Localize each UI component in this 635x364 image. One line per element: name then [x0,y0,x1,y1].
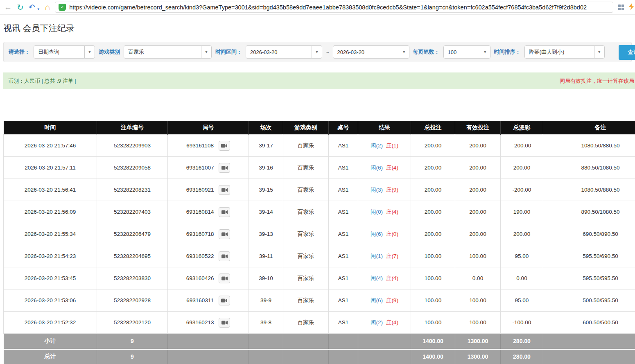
cell-note: 500.50/595.50 [543,289,635,312]
cell-valid-bet: 200.00 [455,179,501,201]
cell-total-bet[interactable]: 200.00 [411,223,455,245]
cell-result: 闲(4) 庄(4) [358,267,411,289]
player-result: 闲(6) [371,165,383,171]
cell-total-bet[interactable]: 100.00 [411,312,455,334]
video-camera-icon [221,320,228,325]
cell-session: 39-15 [249,179,283,201]
lightning-icon[interactable] [629,3,634,12]
chevron-down-icon[interactable]: ▼ [594,46,604,58]
extensions-grid-icon[interactable] [618,5,624,10]
header-table-no: 桌号 [329,121,358,135]
cell-total-bet[interactable]: 100.00 [411,267,455,289]
cell-result: 闲(6) 庄(9) [358,289,411,312]
cell-total-bet[interactable]: 100.00 [411,289,455,312]
video-replay-button[interactable] [219,185,230,195]
sort-select[interactable]: 降幂(由大到小) ▼ [524,45,605,59]
cell-time: 2026-03-20 21:53:45 [4,267,97,289]
security-shield-icon: ✓ [59,4,66,11]
browser-chrome: ← ↻ ↶ ▼ ⌂ ✓ https://videoie.com/game/bet… [0,0,635,15]
cell-bet-no: 523282208231 [97,179,168,201]
banker-result: 庄(4) [386,275,398,281]
subtotal-count: 9 [97,334,168,349]
table-header: 时间 注单编号 局号 场次 游戏类别 桌号 结果 总投注 有效投注 总派彩 备注 [4,121,635,135]
chevron-down-icon[interactable]: ▼ [480,46,490,58]
home-icon[interactable]: ⌂ [45,3,50,11]
table-row: 2026-03-20 21:56:09 523282207403 6931608… [4,201,635,223]
cell-valid-bet: 200.00 [455,201,501,223]
header-bet-no: 注单编号 [97,121,168,135]
chevron-down-icon[interactable]: ▼ [312,46,322,58]
grand-total-row: 总计 9 1400.00 1300.00 280.00 [4,349,635,364]
video-replay-button[interactable] [219,229,230,239]
header-payout: 总派彩 [501,121,543,135]
cell-game-type: 百家乐 [283,201,329,223]
cell-table-no: AS1 [329,135,358,157]
summary-info-bar: 币别：人民币 | 总共 :9 注单 | 同局有效投注，统一计算在该局 [3,72,635,89]
cell-note: 595.50/595.50 [543,267,635,289]
cell-table-no: AS1 [329,157,358,179]
subtotal-total-bet: 1400.00 [411,334,455,349]
cell-session: 39-10 [249,267,283,289]
cell-total-bet[interactable]: 200.00 [411,135,455,157]
chevron-down-icon[interactable]: ▼ [399,46,409,58]
cell-bet-no: 523282203830 [97,267,168,289]
round-number: 693160814 [186,208,214,215]
video-replay-button[interactable] [219,274,230,283]
cell-session: 39-11 [249,245,283,267]
undo-icon[interactable]: ↶ [29,3,35,11]
date-from-select[interactable]: 2026-03-20 ▼ [246,45,322,59]
player-result: 闲(3) [371,187,383,193]
cell-round: 693160921 [168,179,249,201]
cell-session: 39-16 [249,157,283,179]
subtotal-label: 小计 [4,334,97,349]
query-type-label: 请选择： [9,48,30,56]
address-bar[interactable]: ✓ https://videoie.com/game/betrecord_sea… [55,2,613,13]
cell-valid-bet: 200.00 [455,135,501,157]
video-replay-button[interactable] [219,318,230,328]
banker-result: 庄(9) [386,297,398,303]
cell-valid-bet: 100.00 [455,245,501,267]
video-replay-button[interactable] [219,207,230,217]
cell-table-no: AS1 [329,223,358,245]
cell-result: 闲(2) 庄(4) [358,312,411,334]
cell-note: 690.50/890.50 [543,223,635,245]
table-body: 2026-03-20 21:57:46 523282209903 6931611… [4,135,635,334]
banker-result: 庄(4) [386,165,398,171]
chevron-down-icon[interactable]: ▼ [84,46,95,58]
query-type-select[interactable]: 日期查询 ▼ [34,45,95,59]
currency-total-text: 币别：人民币 | 总共 :9 注单 | [8,77,76,85]
video-replay-button[interactable] [219,296,230,305]
cell-table-no: AS1 [329,267,358,289]
url-text[interactable]: https://videoie.com/game/betrecord_searc… [69,4,587,11]
player-result: 闲(4) [371,275,383,281]
refresh-icon[interactable]: ↻ [17,3,24,11]
table-row: 2026-03-20 21:55:34 523282206479 6931607… [4,223,635,245]
date-to-select[interactable]: 2026-03-20 ▼ [333,45,409,59]
cell-game-type: 百家乐 [283,135,329,157]
search-button[interactable]: 查询 [619,45,635,60]
cell-total-bet[interactable]: 200.00 [411,201,455,223]
sort-label: 时间排序： [494,48,521,56]
cell-note: 1080.50/880.50 [543,179,635,201]
page-size-select[interactable]: 100 ▼ [443,45,490,59]
round-number: 693160426 [186,275,214,281]
game-type-select[interactable]: 百家乐 ▼ [124,45,212,59]
cell-total-bet[interactable]: 100.00 [411,245,455,267]
cell-time: 2026-03-20 21:57:46 [4,135,97,157]
chevron-down-icon[interactable]: ▼ [201,46,211,58]
cell-payout: 95.00 [501,289,543,312]
video-replay-button[interactable] [219,141,230,151]
cell-payout: 0.00 [501,267,543,289]
cell-total-bet[interactable]: 200.00 [411,179,455,201]
cell-result: 闲(0) 庄(4) [358,201,411,223]
video-replay-button[interactable] [219,251,230,261]
undo-dropdown-icon[interactable]: ▼ [37,7,40,14]
cell-result: 闲(6) 庄(4) [358,157,411,179]
video-replay-button[interactable] [219,163,230,173]
cell-total-bet[interactable]: 200.00 [411,157,455,179]
player-result: 闲(6) [371,231,383,237]
back-icon[interactable]: ← [4,3,12,11]
cell-note: 595.50/690.50 [543,245,635,267]
cell-table-no: AS1 [329,201,358,223]
cell-time: 2026-03-20 21:57:11 [4,157,97,179]
